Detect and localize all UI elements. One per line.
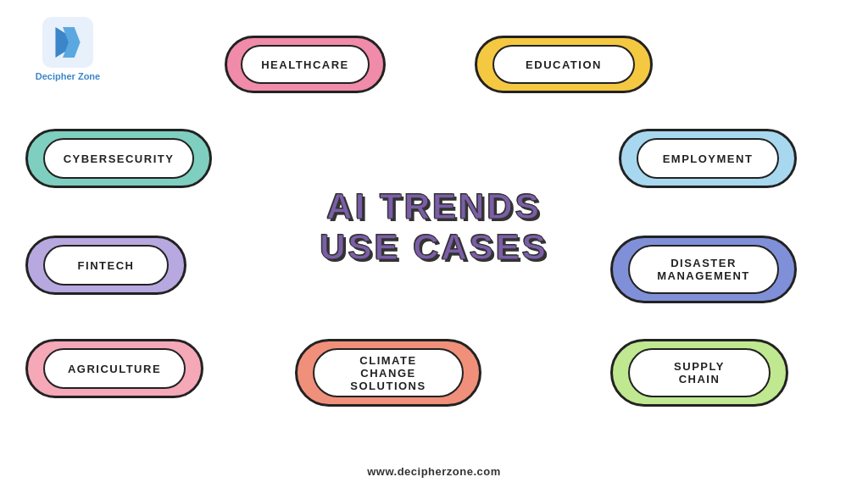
climate-label: CLIMATE CHANGESOLUTIONS bbox=[333, 354, 443, 392]
title-text: AI TRENDS USE CASES bbox=[320, 186, 548, 269]
agriculture-label: AGRICULTURE bbox=[68, 363, 161, 375]
center-title: AI TRENDS USE CASES bbox=[320, 186, 548, 269]
employment-pill: EMPLOYMENT bbox=[619, 129, 797, 188]
decipher-zone-logo bbox=[42, 17, 93, 68]
supply-label: SUPPLYCHAIN bbox=[674, 360, 725, 385]
supply-chain-pill: SUPPLYCHAIN bbox=[610, 339, 788, 407]
education-label: EDUCATION bbox=[526, 58, 602, 71]
fintech-label: FINTECH bbox=[78, 259, 135, 272]
logo-text: Decipher Zone bbox=[36, 71, 100, 81]
cybersecurity-pill: CYBERSECURITY bbox=[25, 129, 212, 188]
cybersecurity-label: CYBERSECURITY bbox=[64, 152, 175, 165]
agriculture-pill: AGRICULTURE bbox=[25, 339, 203, 398]
education-pill: EDUCATION bbox=[475, 36, 653, 93]
fintech-pill: FINTECH bbox=[25, 236, 186, 295]
healthcare-pill: HEALTHCARE bbox=[225, 36, 386, 93]
employment-label: EMPLOYMENT bbox=[663, 152, 754, 165]
disaster-label: DISASTERMANAGEMENT bbox=[657, 257, 750, 282]
footer-url: www.decipherzone.com bbox=[367, 465, 501, 478]
disaster-management-pill: DISASTERMANAGEMENT bbox=[610, 236, 797, 303]
climate-change-pill: CLIMATE CHANGESOLUTIONS bbox=[295, 339, 481, 407]
healthcare-label: HEALTHCARE bbox=[261, 58, 349, 71]
logo-area: Decipher Zone bbox=[25, 17, 110, 81]
